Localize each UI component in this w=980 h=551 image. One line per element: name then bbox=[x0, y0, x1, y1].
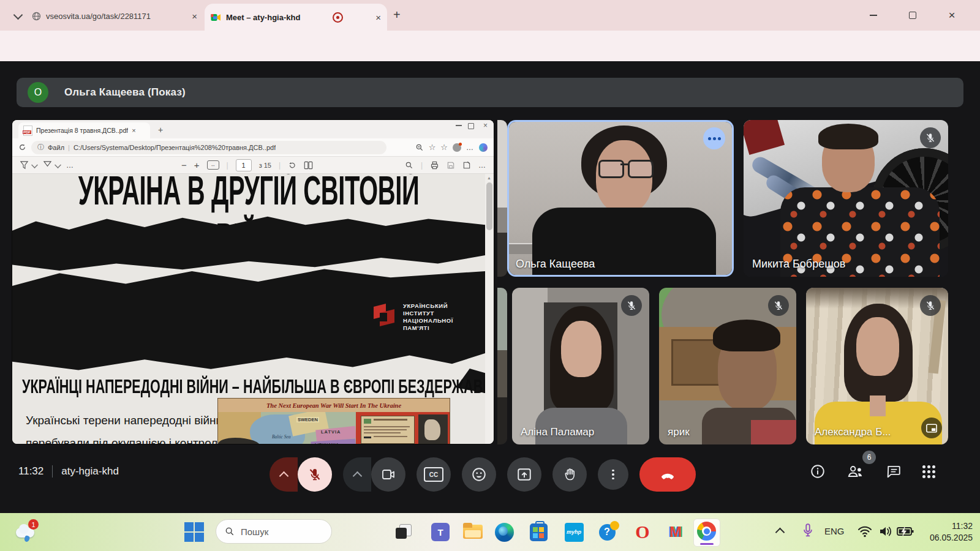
pdf-more-tools-icon: … bbox=[66, 161, 74, 170]
meeting-time-code: 11:32 aty-hgia-khd bbox=[18, 465, 119, 478]
participant-tile-olha[interactable]: Ольга Кащеева bbox=[507, 120, 734, 277]
browser-tab-meet[interactable]: Meet – aty-hgia-khd × bbox=[205, 4, 387, 31]
edge-menu-icon: … bbox=[466, 143, 474, 152]
cropped-tile-sliver bbox=[497, 288, 507, 444]
edge-tab-close-icon: × bbox=[132, 127, 135, 134]
edge-icon[interactable] bbox=[494, 522, 514, 542]
mic-control[interactable] bbox=[270, 457, 332, 492]
edge-profile-icon bbox=[453, 143, 461, 152]
edge-star-icon: ☆ bbox=[429, 143, 436, 152]
meet-icon bbox=[211, 13, 221, 22]
slide-map-figure: The Next European War Will Start In The … bbox=[217, 398, 450, 444]
language-indicator[interactable]: ENG bbox=[824, 526, 845, 536]
tab-close-icon[interactable]: × bbox=[192, 12, 197, 21]
pdf-draw-icon bbox=[20, 160, 29, 170]
task-view-button[interactable] bbox=[396, 524, 412, 540]
file-explorer-icon[interactable] bbox=[463, 522, 484, 542]
meet-panel-buttons bbox=[810, 463, 935, 479]
edge-minimize-icon bbox=[456, 125, 462, 126]
chat-button[interactable] bbox=[886, 463, 902, 479]
edge-address-label: Файл bbox=[48, 144, 64, 151]
page-view-icon bbox=[304, 161, 313, 170]
edge-address-bar: ⓘ Файл | C:/Users/Systema/Desktop/Презен… bbox=[12, 138, 494, 157]
scrollbar-thumb[interactable] bbox=[486, 182, 492, 230]
torn-paper-bottom: УКРАЇНСЬКИЙ ІНСТИТУТ НАЦІОНАЛЬНОЇ ПАМ'ЯТ… bbox=[12, 267, 485, 372]
participant-tile-aleksandra[interactable]: Александра Б... bbox=[806, 288, 948, 444]
chevron-down-icon bbox=[31, 162, 38, 168]
map-left-panel: SWEDEN Baltic Sea LATVIA LITHUANIA bbox=[218, 412, 356, 444]
taskbar-clock[interactable]: 11:32 06.05.2025 bbox=[914, 520, 973, 544]
pip-button[interactable] bbox=[921, 418, 942, 438]
window-restore-button[interactable] bbox=[904, 9, 921, 22]
gmail-icon[interactable]: M bbox=[665, 522, 686, 542]
activities-grid-button[interactable] bbox=[922, 465, 935, 478]
tab-close-icon[interactable]: × bbox=[375, 13, 381, 22]
participant-tile-alina[interactable]: Аліна Паламар bbox=[512, 288, 649, 444]
mic-options-button[interactable] bbox=[270, 457, 298, 492]
info-button[interactable] bbox=[810, 463, 826, 479]
pdf-highlight-icon bbox=[43, 160, 52, 170]
presenter-banner: O Ольга Кащеева (Показ) bbox=[17, 78, 963, 107]
tab-search-button[interactable] bbox=[9, 8, 27, 24]
browser-tab-vseosvita[interactable]: vseosvita.ua/go/task/2281171 × bbox=[32, 8, 197, 24]
opera-icon[interactable]: O bbox=[632, 522, 653, 542]
reactions-button[interactable] bbox=[462, 457, 496, 492]
more-options-button[interactable] bbox=[598, 459, 628, 490]
present-button[interactable] bbox=[507, 457, 541, 492]
end-call-button[interactable] bbox=[639, 457, 696, 492]
taskbar-search[interactable]: Пошук bbox=[216, 519, 332, 544]
start-button[interactable] bbox=[184, 522, 205, 542]
mic-off-icon bbox=[920, 295, 941, 316]
pdf-scrollbar[interactable]: ▲ bbox=[485, 174, 494, 444]
edge-tabstrip: PDF Презентація 8 травня.ДСВ..pdf × + × bbox=[12, 120, 494, 138]
get-help-icon[interactable]: ? bbox=[598, 522, 619, 542]
raise-hand-button[interactable] bbox=[552, 457, 587, 492]
captions-button[interactable]: CC bbox=[417, 457, 451, 492]
ms-store-icon[interactable] bbox=[528, 522, 549, 542]
participant-tile-mykyta[interactable]: Микита Бобрешов bbox=[744, 120, 948, 277]
rotate-icon bbox=[288, 161, 296, 170]
uinp-logo: УКРАЇНСЬКИЙ ІНСТИТУТ НАЦІОНАЛЬНОЇ ПАМ'ЯТ… bbox=[371, 302, 453, 332]
window-close-button[interactable]: × bbox=[943, 9, 960, 22]
participant-tile-yaryk[interactable]: ярик bbox=[659, 288, 796, 444]
wifi-icon[interactable] bbox=[858, 525, 872, 538]
mic-mute-button[interactable] bbox=[298, 457, 332, 492]
mic-off-icon bbox=[920, 127, 941, 148]
map-label-lithuania: LITHUANIA bbox=[315, 443, 339, 444]
copilot-icon bbox=[479, 143, 488, 152]
participant-name: Александра Б... bbox=[815, 426, 891, 438]
chrome-taskbar-active[interactable] bbox=[693, 519, 720, 547]
mic-off-icon bbox=[768, 295, 789, 316]
camera-options-button[interactable] bbox=[343, 457, 371, 492]
window-minimize-button[interactable] bbox=[865, 9, 882, 22]
volume-icon[interactable] bbox=[878, 525, 893, 538]
tab-title: vseosvita.ua/go/task/2281171 bbox=[46, 12, 151, 21]
tray-expand-button[interactable] bbox=[777, 527, 783, 536]
globe-icon bbox=[32, 12, 41, 21]
meeting-time: 11:32 bbox=[18, 465, 43, 478]
screen: vseosvita.ua/go/task/2281171 × Meet – at… bbox=[0, 0, 980, 551]
tray-mic-icon[interactable] bbox=[801, 523, 815, 540]
presenter-avatar: O bbox=[28, 82, 48, 103]
camera-button[interactable] bbox=[371, 457, 405, 492]
teams-icon[interactable]: T bbox=[430, 522, 451, 542]
battery-icon[interactable] bbox=[897, 526, 914, 537]
camera-control[interactable] bbox=[343, 457, 405, 492]
new-tab-button[interactable]: + bbox=[393, 8, 401, 22]
save-as-icon bbox=[462, 161, 471, 170]
edge-tab-title: Презентація 8 травня.ДСВ..pdf bbox=[36, 127, 128, 134]
screen-share-window[interactable]: PDF Презентація 8 травня.ДСВ..pdf × + × … bbox=[12, 120, 494, 444]
weather-widget[interactable]: 1 bbox=[15, 519, 42, 544]
mic-off-icon bbox=[621, 295, 642, 316]
presenter-banner-text: Ольга Кащеева (Показ) bbox=[64, 86, 186, 99]
fit-width-icon: ↔ bbox=[207, 160, 219, 170]
notification-badge: 1 bbox=[28, 519, 39, 530]
participant-name: Ольга Кащеева bbox=[516, 258, 595, 271]
myhp-icon[interactable]: myhp bbox=[564, 522, 584, 542]
tile-options-button[interactable] bbox=[703, 127, 725, 149]
people-button[interactable] bbox=[846, 463, 865, 479]
map-title: The Next European War Will Start In The … bbox=[218, 399, 450, 412]
cropped-tile-sliver bbox=[497, 120, 507, 277]
pdf-page: УКРАЇНА В ДРУГІЙ СВІТОВІЙ ВІЙНІ УКРАЇНСЬ… bbox=[12, 174, 485, 444]
save-icon bbox=[447, 161, 455, 170]
